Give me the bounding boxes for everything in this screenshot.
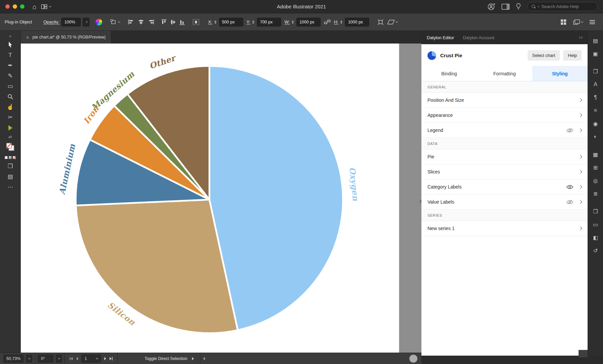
x-field[interactable]: 500 px	[219, 18, 243, 26]
collapse-status-button[interactable]	[203, 357, 205, 360]
w-stepper[interactable]	[292, 20, 294, 24]
visibility-off-icon[interactable]	[566, 200, 574, 205]
asset-export-panel-icon[interactable]: ◧	[590, 232, 601, 242]
type-tool[interactable]: T	[4, 50, 17, 60]
help-button[interactable]: Help	[563, 50, 582, 61]
paragraph-panel-icon[interactable]: ¶	[590, 92, 601, 102]
x-stepper[interactable]	[214, 20, 216, 24]
artboard-tool[interactable]: ▤	[4, 171, 17, 182]
rotation-field[interactable]: 0°	[38, 355, 53, 363]
none-swatch-button[interactable]	[13, 156, 16, 159]
swatch-quick-buttons[interactable]	[4, 154, 17, 161]
row-slices[interactable]: Slices	[421, 164, 588, 179]
color-swatch-button[interactable]	[5, 156, 8, 159]
row-category-labels[interactable]: Category Labels	[421, 179, 588, 195]
opacity-dropdown-button[interactable]	[83, 18, 89, 26]
row-pie[interactable]: Pie	[421, 149, 588, 164]
swap-fill-stroke-button[interactable]: ⇄	[4, 133, 17, 140]
align-panel-icon[interactable]: ≣	[590, 189, 601, 199]
panel-toggle-icon[interactable]	[501, 4, 510, 10]
tab-styling[interactable]: Styling	[532, 66, 588, 81]
align-bottom-icon[interactable]	[180, 19, 185, 25]
opacity-label[interactable]: Opacity:	[44, 19, 60, 24]
tab-binding[interactable]: Binding	[421, 66, 477, 81]
color-panel-icon[interactable]: ◉	[590, 119, 601, 129]
pie-category-label-aluminium[interactable]: Aluminium	[57, 143, 77, 196]
character-panel-icon[interactable]: A	[590, 79, 601, 89]
hand-tool[interactable]: ☝	[4, 102, 17, 112]
gradient-panel-icon[interactable]: ◐	[590, 132, 601, 142]
scale-tool-icon[interactable]	[377, 19, 384, 25]
pie-category-label-other[interactable]: Other	[148, 53, 178, 71]
maximize-window-button[interactable]	[20, 4, 24, 9]
align-top-icon[interactable]	[161, 19, 166, 25]
y-stepper[interactable]	[252, 20, 254, 24]
close-document-icon[interactable]: ×	[26, 34, 29, 40]
datylon-plugin-tool[interactable]	[4, 123, 17, 133]
transform-options-button[interactable]	[110, 19, 120, 25]
screen-mode-button[interactable]	[573, 19, 583, 25]
panel-resize-grip[interactable]	[579, 350, 588, 357]
zoom-level-field[interactable]: 50,73%	[3, 355, 23, 363]
appearance-panel-icon[interactable]: ◎	[590, 175, 601, 186]
close-window-button[interactable]	[5, 4, 10, 9]
artboards-panel-icon[interactable]: ▭	[590, 219, 601, 229]
visibility-on-icon[interactable]	[566, 185, 574, 190]
panel-expand-icon[interactable]	[579, 37, 582, 39]
pie-chart[interactable]: OxygenSiliconAluminiumIronMagnesiumOther	[21, 44, 399, 353]
tab-formatting[interactable]: Formatting	[477, 66, 532, 81]
align-right-icon[interactable]	[148, 19, 154, 24]
row-position-and-size[interactable]: Position And Size	[421, 93, 588, 108]
lightbulb-icon[interactable]	[516, 3, 521, 10]
stroke-panel-icon[interactable]: ≡	[590, 105, 601, 116]
tab-datylon-editor[interactable]: Datylon Editor	[427, 35, 454, 40]
row-legend[interactable]: Legend	[421, 123, 588, 138]
recolor-artwork-icon[interactable]	[95, 19, 102, 25]
transform-panel-icon[interactable]: ⊞	[590, 162, 601, 172]
w-field[interactable]: 1000 px	[296, 18, 321, 26]
align-center-horizontal-icon[interactable]	[138, 19, 144, 24]
h-field[interactable]: 1000 px	[345, 18, 369, 26]
h-label[interactable]: H:	[334, 19, 338, 24]
row-appearance[interactable]: Appearance	[421, 108, 588, 123]
distribute-spacing-icon[interactable]	[193, 19, 199, 25]
history-panel-icon[interactable]: ↺	[590, 245, 601, 256]
workspace-switcher[interactable]	[41, 4, 51, 9]
arrange-documents-icon[interactable]	[560, 19, 566, 25]
libraries-panel-icon[interactable]: ▣	[590, 49, 601, 59]
gradient-swatch-button[interactable]	[9, 156, 12, 159]
select-chart-button[interactable]: Select chart	[528, 50, 560, 61]
align-center-vertical-icon[interactable]	[171, 19, 176, 25]
visibility-off-icon[interactable]	[566, 128, 574, 133]
minimize-window-button[interactable]	[13, 4, 17, 9]
properties-panel-icon[interactable]: ▤	[590, 35, 601, 46]
selection-tool[interactable]	[4, 40, 17, 50]
draw-mode-button[interactable]: ❐	[4, 161, 17, 171]
zoom-tool[interactable]	[4, 91, 17, 102]
rectangle-tool[interactable]: ▭	[4, 81, 17, 91]
last-artboard-button[interactable]	[110, 357, 113, 360]
y-label[interactable]: Y:	[247, 19, 251, 24]
h-stepper[interactable]	[340, 20, 342, 24]
expand-tools-button[interactable]: »	[4, 32, 17, 40]
status-tool-hint[interactable]: Toggle Direct Selection	[144, 356, 194, 361]
swatches-panel-icon[interactable]: ▦	[590, 149, 601, 159]
row-value-labels[interactable]: Value Labels	[421, 195, 588, 210]
search-input[interactable]	[541, 4, 592, 9]
previous-artboard-button[interactable]	[76, 357, 78, 360]
document-tab[interactable]: × pie chart.ai* @ 50,73 % (RGB/Preview)	[21, 31, 111, 44]
opacity-field[interactable]: 100%	[61, 18, 81, 26]
zoom-dropdown-button[interactable]	[26, 355, 32, 363]
layers-panel-icon[interactable]: ❐	[590, 66, 601, 76]
pathfinder-panel-icon[interactable]: ❒	[590, 206, 601, 216]
next-artboard-button[interactable]	[104, 357, 106, 360]
fill-stroke-indicator[interactable]	[4, 140, 17, 154]
shear-options-button[interactable]	[387, 19, 398, 25]
blade-tool[interactable]: ✂	[4, 112, 17, 123]
pen-tool[interactable]: ✒	[4, 60, 17, 71]
pie-category-label-oxygen[interactable]: Oxygen	[347, 167, 361, 202]
first-artboard-button[interactable]	[70, 357, 73, 360]
rotation-dropdown-button[interactable]	[56, 355, 62, 363]
canvas-pasteboard[interactable]: OxygenSiliconAluminiumIronMagnesiumOther	[21, 44, 421, 353]
help-search-field[interactable]	[527, 2, 598, 11]
